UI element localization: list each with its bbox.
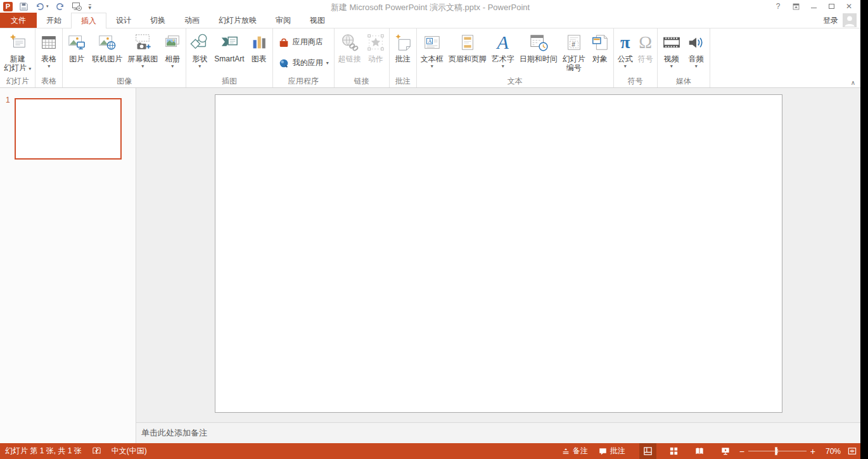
slide-thumbnail-1[interactable] bbox=[15, 98, 122, 160]
editing-workspace: 单击此处添加备注 bbox=[136, 88, 860, 443]
zoom-in-button[interactable]: + bbox=[810, 447, 815, 456]
button-label: 新建 bbox=[10, 54, 25, 63]
my-apps-icon bbox=[278, 58, 290, 69]
chart-button[interactable]: 图表 bbox=[247, 29, 271, 76]
pictures-button[interactable]: 图片 bbox=[64, 29, 89, 76]
undo-button[interactable]: ▾ bbox=[35, 2, 49, 11]
app-store-button[interactable]: 应用商店 bbox=[278, 37, 329, 48]
main-area: 1 单击此处添加备注 bbox=[0, 88, 860, 443]
audio-button[interactable]: 音频 ▾ bbox=[684, 29, 708, 76]
header-footer-button[interactable]: 页眉和页脚 bbox=[446, 29, 489, 76]
shapes-button[interactable]: 形状 ▾ bbox=[188, 29, 212, 76]
group-images: 图片 联机图片 屏幕截图 ▾ 相册 ▾ bbox=[63, 28, 186, 87]
minimize-button[interactable] bbox=[805, 0, 822, 13]
zoom-out-button[interactable]: − bbox=[739, 447, 744, 456]
new-slide-icon bbox=[8, 33, 27, 52]
tab-label: 审阅 bbox=[276, 15, 291, 26]
notes-pane[interactable]: 单击此处添加备注 bbox=[136, 422, 860, 443]
group-label: 幻灯片 bbox=[1, 76, 34, 87]
screenshot-icon bbox=[133, 33, 152, 52]
zoom-slider[interactable] bbox=[748, 443, 807, 459]
group-label: 应用程序 bbox=[274, 76, 333, 87]
start-from-beginning-button[interactable] bbox=[72, 1, 82, 11]
fit-slide-to-window-button[interactable] bbox=[843, 443, 860, 459]
zoom-level[interactable]: 70% bbox=[820, 447, 843, 456]
slide-number-button[interactable]: # 幻灯片 编号 bbox=[560, 29, 588, 76]
online-pictures-button[interactable]: 联机图片 bbox=[89, 29, 125, 76]
group-label: 文本 bbox=[418, 76, 612, 87]
svg-text:#: # bbox=[571, 41, 575, 48]
button-label: 形状 bbox=[192, 54, 207, 63]
textbox-button[interactable]: A 文本框 ▾ bbox=[418, 29, 446, 76]
object-button[interactable]: 对象 bbox=[588, 29, 612, 76]
tab-insert[interactable]: 插入 bbox=[71, 13, 106, 28]
button-label: 批注 bbox=[395, 54, 411, 63]
tab-label: 幻灯片放映 bbox=[219, 15, 257, 26]
notes-icon bbox=[561, 447, 570, 456]
button-label: 幻灯片 bbox=[4, 63, 27, 72]
screenshot-button[interactable]: 屏幕截图 ▾ bbox=[125, 29, 160, 76]
button-label: 联机图片 bbox=[92, 54, 122, 63]
my-apps-button[interactable]: 我的应用 ▾ bbox=[278, 58, 329, 69]
photo-album-button[interactable]: 相册 ▾ bbox=[160, 29, 184, 76]
tab-file[interactable]: 文件 bbox=[0, 13, 37, 28]
button-label: 视频 bbox=[664, 54, 679, 63]
dropdown-caret-icon: ▾ bbox=[431, 63, 433, 70]
tab-design[interactable]: 设计 bbox=[106, 13, 141, 28]
save-button[interactable] bbox=[19, 2, 29, 11]
sign-in-area[interactable]: 登录 bbox=[823, 13, 857, 27]
tab-label: 插入 bbox=[81, 16, 96, 27]
dropdown-caret-icon: ▾ bbox=[326, 60, 329, 66]
zoom-slider-thumb[interactable] bbox=[775, 447, 777, 455]
dropdown-caret-icon: ▾ bbox=[29, 66, 31, 72]
tab-animations[interactable]: 动画 bbox=[175, 13, 209, 28]
tab-label: 动画 bbox=[184, 15, 200, 26]
table-button[interactable]: 表格 ▾ bbox=[37, 29, 61, 76]
restore-button[interactable] bbox=[822, 0, 840, 13]
tab-home[interactable]: 开始 bbox=[37, 13, 71, 28]
undo-icon bbox=[35, 2, 45, 11]
slideshow-view-button[interactable] bbox=[717, 443, 734, 459]
close-button[interactable]: ✕ bbox=[840, 0, 858, 13]
date-time-button[interactable]: 日期和时间 bbox=[517, 29, 560, 76]
notes-toggle-button[interactable]: 备注 bbox=[556, 443, 593, 459]
powerpoint-logo-icon[interactable]: P bbox=[3, 2, 13, 11]
language-indicator[interactable]: 中文(中国) bbox=[112, 446, 147, 456]
wordart-button[interactable]: A 艺术字 ▾ bbox=[489, 29, 517, 76]
avatar[interactable] bbox=[843, 13, 857, 27]
tab-review[interactable]: 审阅 bbox=[266, 13, 300, 28]
tab-slideshow[interactable]: 幻灯片放映 bbox=[209, 13, 266, 28]
smartart-button[interactable]: SmartArt bbox=[212, 29, 246, 76]
comments-toggle-button[interactable]: 批注 bbox=[593, 443, 630, 459]
group-text: A 文本框 ▾ 页眉和页脚 A 艺术字 ▾ 日期和时间 bbox=[417, 28, 614, 87]
repeat-button[interactable] bbox=[55, 2, 65, 11]
new-slide-button[interactable]: 新建 幻灯片 ▾ bbox=[1, 29, 34, 76]
button-label: 音频 bbox=[689, 54, 704, 63]
slide-thumbnails-panel[interactable]: 1 bbox=[0, 88, 136, 443]
tab-transitions[interactable]: 切换 bbox=[141, 13, 175, 28]
spellcheck-icon[interactable] bbox=[92, 446, 101, 456]
slide-sorter-view-button[interactable] bbox=[665, 443, 682, 459]
button-label: 屏幕截图 bbox=[127, 54, 158, 63]
slide-indicator[interactable]: 幻灯片 第 1 张, 共 1 张 bbox=[5, 446, 82, 456]
group-tables: 表格 ▾ 表格 bbox=[35, 28, 63, 87]
dropdown-caret-icon: ▾ bbox=[198, 63, 201, 70]
video-button[interactable]: 视频 ▾ bbox=[659, 29, 684, 76]
ribbon-display-options-button[interactable] bbox=[787, 0, 805, 13]
customize-qat-button[interactable]: ▾ bbox=[89, 3, 92, 10]
group-media: 视频 ▾ 音频 ▾ 媒体 bbox=[658, 28, 710, 87]
reading-view-button[interactable] bbox=[691, 443, 708, 459]
collapse-ribbon-button[interactable]: ∧ bbox=[851, 79, 855, 86]
normal-view-button[interactable] bbox=[639, 443, 656, 459]
help-icon: ? bbox=[776, 2, 781, 11]
online-picture-icon bbox=[97, 33, 117, 52]
comment-button[interactable]: 批注 bbox=[391, 29, 415, 76]
tab-view[interactable]: 视图 bbox=[300, 13, 335, 28]
help-button[interactable]: ? bbox=[769, 0, 787, 13]
slide-number: 1 bbox=[6, 96, 10, 104]
equation-button[interactable]: π 公式 ▾ bbox=[615, 29, 635, 76]
button-label: 动作 bbox=[368, 54, 383, 63]
slide-canvas[interactable] bbox=[215, 94, 782, 413]
undo-caret-icon[interactable]: ▾ bbox=[46, 4, 49, 9]
comments-toggle-label: 批注 bbox=[610, 446, 625, 456]
